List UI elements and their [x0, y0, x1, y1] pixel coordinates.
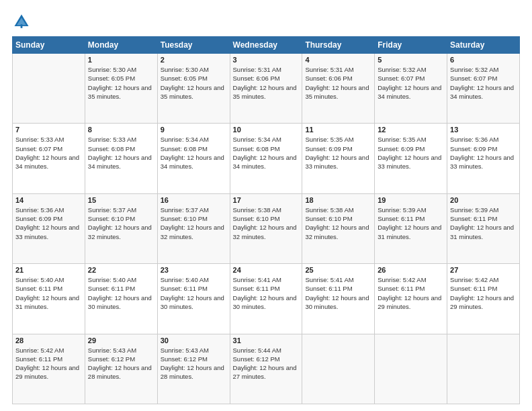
day-number: 5	[378, 56, 444, 64]
calendar-cell	[375, 334, 447, 404]
calendar-cell: 21Sunrise: 5:40 AM Sunset: 6:11 PM Dayli…	[13, 264, 85, 334]
day-info: Sunrise: 5:35 AM Sunset: 6:09 PM Dayligh…	[305, 135, 371, 171]
day-info: Sunrise: 5:38 AM Sunset: 6:10 PM Dayligh…	[233, 205, 300, 241]
calendar-cell: 25Sunrise: 5:41 AM Sunset: 6:11 PM Dayli…	[302, 264, 375, 334]
week-row-3: 21Sunrise: 5:40 AM Sunset: 6:11 PM Dayli…	[13, 264, 520, 334]
day-info: Sunrise: 5:37 AM Sunset: 6:10 PM Dayligh…	[161, 205, 227, 241]
calendar-cell: 8Sunrise: 5:33 AM Sunset: 6:08 PM Daylig…	[85, 124, 157, 193]
calendar-cell: 5Sunrise: 5:32 AM Sunset: 6:07 PM Daylig…	[375, 54, 447, 124]
day-number: 30	[161, 336, 227, 345]
day-number: 26	[378, 266, 444, 274]
header-day-wednesday: Wednesday	[230, 37, 302, 54]
calendar-cell: 1Sunrise: 5:30 AM Sunset: 6:05 PM Daylig…	[85, 54, 157, 124]
header-day-saturday: Saturday	[447, 37, 520, 54]
day-number: 18	[305, 196, 371, 204]
day-number: 13	[450, 126, 517, 134]
day-number: 6	[450, 56, 517, 64]
day-number: 31	[233, 336, 300, 345]
day-number: 1	[88, 56, 154, 64]
day-info: Sunrise: 5:30 AM Sunset: 6:05 PM Dayligh…	[161, 65, 227, 101]
calendar-cell: 19Sunrise: 5:39 AM Sunset: 6:11 PM Dayli…	[375, 193, 447, 263]
day-number: 21	[15, 266, 82, 274]
header	[12, 12, 520, 31]
day-number: 16	[161, 196, 227, 204]
day-number: 24	[233, 266, 300, 274]
day-number: 7	[15, 126, 82, 134]
calendar-cell: 20Sunrise: 5:39 AM Sunset: 6:11 PM Dayli…	[447, 193, 520, 263]
calendar-cell: 12Sunrise: 5:35 AM Sunset: 6:09 PM Dayli…	[375, 124, 447, 193]
day-info: Sunrise: 5:39 AM Sunset: 6:11 PM Dayligh…	[378, 205, 444, 241]
day-info: Sunrise: 5:37 AM Sunset: 6:10 PM Dayligh…	[88, 205, 154, 241]
day-info: Sunrise: 5:34 AM Sunset: 6:08 PM Dayligh…	[233, 135, 300, 171]
day-number: 10	[233, 126, 300, 134]
day-number: 9	[161, 126, 227, 134]
calendar-cell: 18Sunrise: 5:38 AM Sunset: 6:10 PM Dayli…	[302, 193, 375, 263]
day-info: Sunrise: 5:33 AM Sunset: 6:07 PM Dayligh…	[15, 135, 82, 171]
day-number: 8	[88, 126, 154, 134]
day-info: Sunrise: 5:35 AM Sunset: 6:09 PM Dayligh…	[378, 135, 444, 171]
day-info: Sunrise: 5:44 AM Sunset: 6:12 PM Dayligh…	[233, 346, 300, 381]
day-info: Sunrise: 5:38 AM Sunset: 6:10 PM Dayligh…	[305, 205, 371, 241]
day-number: 15	[88, 196, 154, 204]
calendar-cell: 23Sunrise: 5:40 AM Sunset: 6:11 PM Dayli…	[157, 264, 230, 334]
day-number: 14	[15, 196, 82, 204]
calendar-cell: 9Sunrise: 5:34 AM Sunset: 6:08 PM Daylig…	[157, 124, 230, 193]
header-day-monday: Monday	[85, 37, 157, 54]
calendar-cell: 6Sunrise: 5:32 AM Sunset: 6:07 PM Daylig…	[447, 54, 520, 124]
day-number: 22	[88, 266, 154, 274]
calendar-cell	[302, 334, 375, 404]
calendar-cell: 31Sunrise: 5:44 AM Sunset: 6:12 PM Dayli…	[230, 334, 302, 404]
day-info: Sunrise: 5:34 AM Sunset: 6:08 PM Dayligh…	[161, 135, 227, 171]
day-info: Sunrise: 5:42 AM Sunset: 6:11 PM Dayligh…	[378, 275, 444, 311]
week-row-0: 1Sunrise: 5:30 AM Sunset: 6:05 PM Daylig…	[13, 54, 520, 124]
header-row: SundayMondayTuesdayWednesdayThursdayFrid…	[13, 37, 520, 54]
day-info: Sunrise: 5:41 AM Sunset: 6:11 PM Dayligh…	[305, 275, 371, 311]
logo-icon	[12, 12, 31, 31]
day-info: Sunrise: 5:39 AM Sunset: 6:11 PM Dayligh…	[450, 205, 517, 241]
calendar-cell: 11Sunrise: 5:35 AM Sunset: 6:09 PM Dayli…	[302, 124, 375, 193]
day-info: Sunrise: 5:40 AM Sunset: 6:11 PM Dayligh…	[161, 275, 227, 311]
day-number: 29	[88, 336, 154, 345]
calendar-cell: 10Sunrise: 5:34 AM Sunset: 6:08 PM Dayli…	[230, 124, 302, 193]
calendar-cell: 29Sunrise: 5:43 AM Sunset: 6:12 PM Dayli…	[85, 334, 157, 404]
calendar-cell	[13, 54, 85, 124]
day-info: Sunrise: 5:32 AM Sunset: 6:07 PM Dayligh…	[378, 65, 444, 101]
calendar-cell: 17Sunrise: 5:38 AM Sunset: 6:10 PM Dayli…	[230, 193, 302, 263]
day-info: Sunrise: 5:32 AM Sunset: 6:07 PM Dayligh…	[450, 65, 517, 101]
day-number: 20	[450, 196, 517, 204]
calendar-cell: 3Sunrise: 5:31 AM Sunset: 6:06 PM Daylig…	[230, 54, 302, 124]
calendar-cell: 4Sunrise: 5:31 AM Sunset: 6:06 PM Daylig…	[302, 54, 375, 124]
day-info: Sunrise: 5:41 AM Sunset: 6:11 PM Dayligh…	[233, 275, 300, 311]
day-info: Sunrise: 5:33 AM Sunset: 6:08 PM Dayligh…	[88, 135, 154, 171]
header-day-sunday: Sunday	[13, 37, 85, 54]
week-row-2: 14Sunrise: 5:36 AM Sunset: 6:09 PM Dayli…	[13, 193, 520, 263]
day-number: 4	[305, 56, 371, 64]
day-number: 28	[15, 336, 82, 345]
day-info: Sunrise: 5:43 AM Sunset: 6:12 PM Dayligh…	[161, 346, 227, 381]
day-info: Sunrise: 5:42 AM Sunset: 6:11 PM Dayligh…	[450, 275, 517, 311]
calendar-cell: 14Sunrise: 5:36 AM Sunset: 6:09 PM Dayli…	[13, 193, 85, 263]
calendar-cell: 28Sunrise: 5:42 AM Sunset: 6:11 PM Dayli…	[13, 334, 85, 404]
calendar-cell: 30Sunrise: 5:43 AM Sunset: 6:12 PM Dayli…	[157, 334, 230, 404]
day-number: 12	[378, 126, 444, 134]
calendar-cell: 16Sunrise: 5:37 AM Sunset: 6:10 PM Dayli…	[157, 193, 230, 263]
day-number: 27	[450, 266, 517, 274]
calendar-cell: 15Sunrise: 5:37 AM Sunset: 6:10 PM Dayli…	[85, 193, 157, 263]
calendar-cell	[447, 334, 520, 404]
calendar-cell: 27Sunrise: 5:42 AM Sunset: 6:11 PM Dayli…	[447, 264, 520, 334]
calendar-cell: 7Sunrise: 5:33 AM Sunset: 6:07 PM Daylig…	[13, 124, 85, 193]
day-number: 23	[161, 266, 227, 274]
day-info: Sunrise: 5:40 AM Sunset: 6:11 PM Dayligh…	[88, 275, 154, 311]
calendar-cell: 26Sunrise: 5:42 AM Sunset: 6:11 PM Dayli…	[375, 264, 447, 334]
day-info: Sunrise: 5:31 AM Sunset: 6:06 PM Dayligh…	[305, 65, 371, 101]
header-day-friday: Friday	[375, 37, 447, 54]
day-number: 19	[378, 196, 444, 204]
day-info: Sunrise: 5:36 AM Sunset: 6:09 PM Dayligh…	[450, 135, 517, 171]
svg-rect-2	[21, 24, 23, 28]
day-number: 17	[233, 196, 300, 204]
day-info: Sunrise: 5:43 AM Sunset: 6:12 PM Dayligh…	[88, 346, 154, 381]
week-row-1: 7Sunrise: 5:33 AM Sunset: 6:07 PM Daylig…	[13, 124, 520, 193]
day-info: Sunrise: 5:40 AM Sunset: 6:11 PM Dayligh…	[15, 275, 82, 311]
calendar-cell: 13Sunrise: 5:36 AM Sunset: 6:09 PM Dayli…	[447, 124, 520, 193]
calendar-cell: 2Sunrise: 5:30 AM Sunset: 6:05 PM Daylig…	[157, 54, 230, 124]
